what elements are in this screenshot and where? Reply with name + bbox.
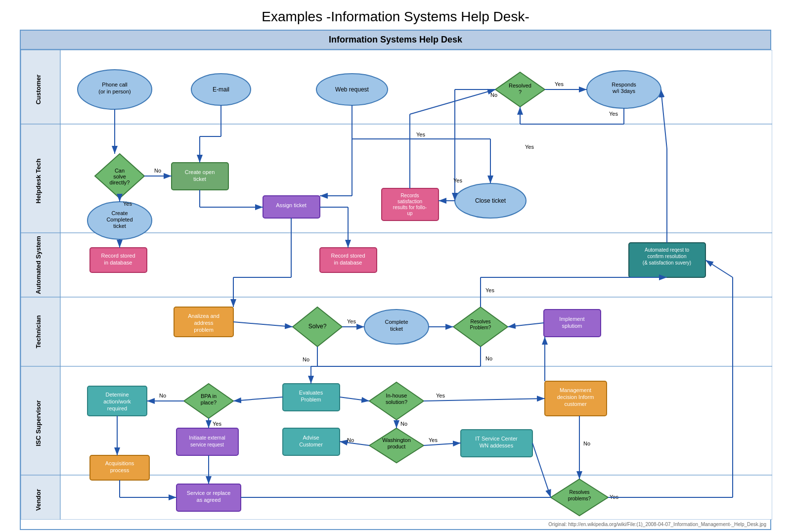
svg-text:In-house: In-house [386,393,407,399]
diagram-header: Information Systems Help Desk [21,31,770,50]
svg-text:Washington: Washington [382,437,411,443]
svg-text:?: ? [519,89,522,95]
svg-text:No: No [583,441,590,446]
svg-text:ticket: ticket [390,326,403,332]
svg-text:product: product [388,443,406,449]
svg-text:Resolves: Resolves [569,489,589,495]
svg-rect-13 [60,366,772,475]
svg-text:required: required [107,405,127,411]
svg-text:in database: in database [104,260,132,266]
svg-text:Can: Can [115,168,125,174]
footer-note: Original: http://en.wikipedia.org/wiki/F… [21,520,770,529]
svg-text:confirm resolution: confirm resolution [648,254,687,259]
svg-text:Advise: Advise [303,435,319,441]
svg-text:as agreed: as agreed [197,497,221,503]
svg-text:Resolves: Resolves [470,319,490,324]
svg-text:Create open: Create open [185,169,215,175]
diagram-wrapper: Information Systems Help Desk Customer H… [20,30,771,530]
svg-text:customer: customer [564,401,587,407]
svg-text:Records: Records [400,193,419,198]
svg-text:IT Service Center: IT Service Center [475,436,518,442]
svg-text:Resolved: Resolved [509,83,531,89]
svg-text:Yes: Yes [429,437,438,443]
svg-text:Yes: Yes [555,81,564,87]
svg-text:problem: problem [194,327,214,333]
svg-text:No: No [347,437,354,443]
svg-text:No: No [154,168,161,174]
svg-text:problems?: problems? [568,496,591,501]
svg-text:results for follo-: results for follo- [393,205,427,210]
svg-text:Yes: Yes [436,393,445,399]
svg-text:Vendor: Vendor [35,489,42,511]
svg-text:Problem: Problem [301,397,321,402]
svg-text:E-mail: E-mail [213,86,229,93]
svg-text:in database: in database [334,260,362,266]
svg-text:Implement: Implement [559,316,584,322]
svg-text:Yes: Yes [123,201,132,207]
svg-text:solve: solve [113,174,126,179]
svg-text:WN addesses: WN addesses [480,443,514,448]
svg-text:Initiaate external: Initiaate external [189,435,225,441]
svg-text:(& satisfaction suvery): (& satisfaction suvery) [643,260,691,266]
svg-text:BPA in: BPA in [201,393,217,399]
svg-text:Service or replace: Service or replace [187,490,231,496]
svg-text:Solve?: Solve? [308,323,327,330]
svg-rect-1 [60,50,772,124]
svg-text:satisfaction: satisfaction [397,199,422,204]
svg-text:Problem?: Problem? [470,325,491,330]
svg-text:(or in person): (or in person) [98,89,131,94]
svg-text:decision Inform: decision Inform [557,394,594,400]
svg-text:Yes: Yes [416,132,425,137]
svg-text:Analizea and: Analizea and [188,313,220,319]
svg-text:Assign ticket: Assign ticket [276,202,307,208]
svg-text:Close ticket: Close ticket [475,197,506,204]
svg-text:Record stored: Record stored [331,253,365,259]
svg-text:place?: place? [201,399,217,405]
svg-text:ticket: ticket [113,223,126,229]
svg-text:Detemine: Detemine [105,392,129,398]
svg-text:Web request: Web request [335,86,369,93]
svg-text:process: process [110,467,130,473]
svg-text:No: No [303,356,309,362]
svg-text:Yes: Yes [609,111,618,117]
svg-text:service request: service request [190,442,224,447]
svg-text:splutiom: splutiom [562,323,582,329]
svg-text:Yes: Yes [347,318,356,324]
flowchart-svg: Customer Helpdesk Tech Automated System … [21,50,772,520]
svg-text:Customer: Customer [299,442,323,447]
svg-text:ticket: ticket [193,176,206,182]
svg-text:Yes: Yes [213,421,221,427]
page-title: Examples -Information Systems Help Desk- [0,0,791,30]
svg-text:No: No [400,421,407,427]
svg-text:Customer: Customer [35,75,42,105]
svg-text:up: up [407,211,413,216]
svg-text:action/work: action/work [103,399,131,404]
svg-text:Management: Management [560,387,591,393]
svg-text:Completed: Completed [106,217,132,222]
svg-text:Evaluates: Evaluates [299,390,323,396]
svg-text:Acquisitions: Acquisitions [105,460,134,466]
svg-text:Yes: Yes [485,287,494,293]
svg-text:w/i 3days: w/i 3days [612,88,635,94]
svg-text:Phone call: Phone call [102,82,127,88]
svg-text:Record stored: Record stored [101,253,135,259]
svg-text:Automated System: Automated System [35,236,42,294]
svg-text:No: No [490,92,497,98]
svg-text:Yes: Yes [453,177,462,183]
svg-text:No: No [159,393,166,399]
svg-text:No: No [485,355,492,361]
svg-text:Technician: Technician [35,315,42,348]
diagram-body: Customer Helpdesk Tech Automated System … [21,50,770,520]
svg-text:Create: Create [111,210,128,216]
svg-text:address: address [194,320,214,326]
svg-text:Yes: Yes [525,144,534,150]
svg-text:ISC Supervisor: ISC Supervisor [35,400,42,446]
svg-text:directly?: directly? [110,179,130,185]
svg-text:Automated reqest to: Automated reqest to [645,247,689,253]
svg-text:Complete: Complete [385,319,408,325]
svg-text:Responds: Responds [612,82,636,88]
svg-text:solution?: solution? [386,399,407,405]
svg-text:Helpdesk Tech: Helpdesk Tech [35,159,42,204]
